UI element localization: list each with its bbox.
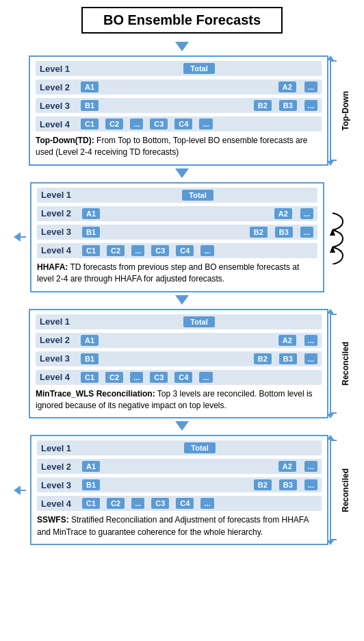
node-a2: A2 — [274, 208, 292, 219]
side-label-2: Reconciled — [341, 342, 350, 386]
level-nodes-3-1: A1A2... — [82, 461, 317, 472]
node-c1: C1 — [81, 372, 99, 383]
forecast-block-1: Level 1TotalLevel 2A1A2...Level 3B1B2B3.… — [30, 182, 324, 292]
node-c4: C4 — [176, 498, 194, 509]
level-label-1-0: Level 1 — [41, 190, 82, 200]
level-row-2-2: Level 3B1B2B3... — [36, 351, 322, 366]
node-dots: ... — [304, 479, 317, 490]
right-side-0: Top-Down — [330, 55, 350, 166]
level-row-1-2: Level 3B1B2B3... — [37, 225, 317, 240]
level-nodes-1-1: A1A2... — [82, 208, 313, 219]
level-label-0-3: Level 4 — [40, 119, 81, 129]
description-2: MinTrace_WLS Reconciliation: Top 3 level… — [36, 388, 322, 412]
level-label-3-0: Level 1 — [41, 443, 82, 453]
node-dots: ... — [304, 353, 317, 364]
node-b3: B3 — [279, 353, 297, 364]
node-dots: ... — [304, 81, 317, 92]
node-total: Total — [183, 63, 214, 74]
node-a1: A1 — [82, 208, 100, 219]
node-c2: C2 — [105, 372, 123, 383]
level-row-3-3: Level 4C1C2...C3C4... — [37, 496, 322, 511]
node-dots: ... — [131, 498, 144, 509]
node-dots: ... — [130, 372, 143, 383]
node-b1: B1 — [82, 227, 100, 238]
description-1: HHAFA: TD forecasts from previous step a… — [37, 262, 317, 286]
level-row-0-1: Level 2A1A2... — [36, 79, 322, 95]
level-row-0-3: Level 4C1C2...C3C4... — [36, 116, 322, 131]
node-c3: C3 — [151, 498, 169, 509]
node-c1: C1 — [82, 498, 100, 509]
level-label-3-3: Level 4 — [41, 499, 82, 509]
node-dots: ... — [131, 245, 144, 256]
forecast-block-3: Level 1TotalLevel 2A1A2...Level 3B1B2B3.… — [30, 435, 328, 545]
side-label-3: Reconciled — [341, 468, 350, 512]
level-row-1-3: Level 4C1C2...C3C4... — [37, 243, 317, 258]
node-c4: C4 — [176, 245, 194, 256]
node-a2: A2 — [278, 461, 296, 472]
level-nodes-2-0: Total — [81, 316, 317, 327]
node-dots: ... — [300, 208, 313, 219]
description-0: Top-Down(TD): From Top to Bottom, Top-le… — [36, 135, 322, 159]
level-label-2-0: Level 1 — [40, 316, 81, 327]
arrow-down-2 — [175, 295, 189, 305]
level-nodes-2-2: B1B2B3... — [81, 353, 317, 364]
node-total: Total — [184, 442, 215, 453]
level-label-1-1: Level 2 — [41, 208, 82, 218]
block-row-0: Level 1TotalLevel 2A1A2...Level 3B1B2B3.… — [14, 55, 350, 166]
level-label-2-2: Level 3 — [40, 353, 81, 364]
node-total: Total — [183, 316, 214, 327]
node-dots: ... — [300, 227, 313, 238]
right-side-1 — [326, 182, 350, 292]
node-dots: ... — [200, 245, 213, 256]
level-row-2-1: Level 2A1A2... — [36, 333, 322, 348]
description-3: SSWFS: Stratified Reconciliation and Adj… — [37, 514, 322, 538]
arrow-down-3 — [175, 421, 189, 431]
level-label-2-3: Level 4 — [40, 372, 81, 382]
level-row-3-1: Level 2A1A2... — [37, 459, 322, 474]
node-b2: B2 — [254, 479, 272, 490]
node-c4: C4 — [174, 118, 192, 129]
level-nodes-0-3: C1C2...C3C4... — [81, 118, 317, 129]
node-a1: A1 — [82, 461, 100, 472]
arrow-down-0 — [175, 42, 189, 51]
block-row-1: Level 1TotalLevel 2A1A2...Level 3B1B2B3.… — [14, 182, 350, 292]
level-nodes-0-1: A1A2... — [81, 81, 317, 92]
level-label-0-0: Level 1 — [40, 64, 81, 74]
node-dots: ... — [304, 461, 317, 472]
node-b2: B2 — [254, 353, 272, 364]
level-nodes-1-3: C1C2...C3C4... — [82, 245, 313, 256]
block-row-3: Level 1TotalLevel 2A1A2...Level 3B1B2B3.… — [14, 435, 350, 545]
node-a1: A1 — [81, 81, 99, 92]
node-b1: B1 — [81, 353, 99, 364]
node-b3: B3 — [279, 479, 297, 490]
level-row-0-0: Level 1Total — [36, 61, 322, 76]
node-a2: A2 — [278, 335, 296, 346]
node-c4: C4 — [174, 372, 192, 383]
forecast-block-0: Level 1TotalLevel 2A1A2...Level 3B1B2B3.… — [29, 55, 328, 166]
level-row-2-3: Level 4C1C2...C3C4... — [36, 370, 322, 385]
node-b3: B3 — [275, 227, 293, 238]
node-b3: B3 — [279, 100, 297, 111]
node-a1: A1 — [81, 335, 99, 346]
level-nodes-3-3: C1C2...C3C4... — [82, 498, 317, 509]
node-b1: B1 — [81, 100, 99, 111]
level-label-1-2: Level 3 — [41, 227, 82, 237]
swirl-icon-1 — [326, 182, 350, 292]
node-dots: ... — [130, 118, 143, 129]
node-total: Total — [182, 190, 213, 201]
level-label-3-2: Level 3 — [41, 480, 82, 490]
left-arrow-3 — [14, 435, 29, 545]
page-title: BO Ensemble Forecasts — [81, 7, 283, 34]
node-c3: C3 — [150, 118, 168, 129]
node-c3: C3 — [150, 372, 168, 383]
level-nodes-3-0: Total — [82, 442, 317, 453]
level-row-0-2: Level 3B1B2B3... — [36, 98, 322, 113]
forecast-block-2: Level 1TotalLevel 2A1A2...Level 3B1B2B3.… — [29, 309, 328, 419]
node-c3: C3 — [151, 245, 169, 256]
level-row-2-0: Level 1Total — [36, 314, 322, 329]
level-row-1-0: Level 1Total — [37, 188, 317, 203]
level-label-2-1: Level 2 — [40, 335, 81, 345]
level-nodes-2-1: A1A2... — [81, 335, 317, 346]
block-row-2: Level 1TotalLevel 2A1A2...Level 3B1B2B3.… — [14, 309, 350, 419]
node-dots: ... — [199, 372, 212, 383]
